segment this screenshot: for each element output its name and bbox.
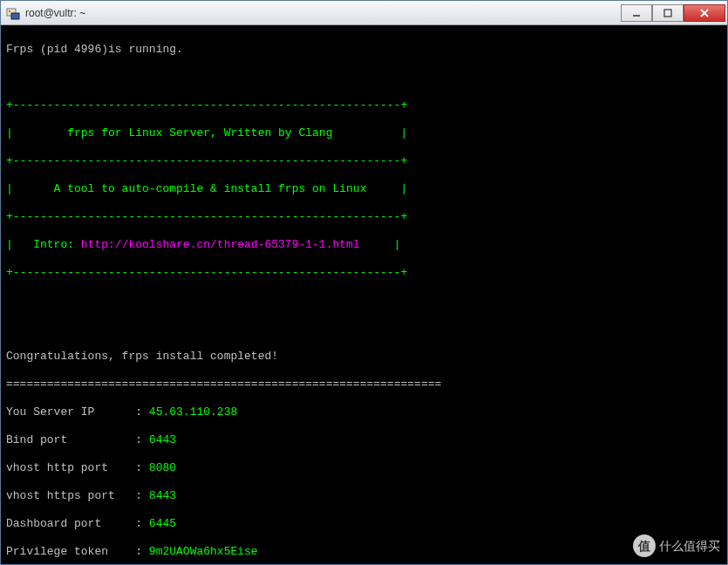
banner-border: +---------------------------------------… <box>6 99 722 112</box>
banner-border: +---------------------------------------… <box>6 154 722 168</box>
minimize-button[interactable] <box>621 4 652 22</box>
banner-title: | frps for Linux Server, Written by Clan… <box>6 126 722 140</box>
divider: ========================================… <box>6 378 722 391</box>
terminal-window: root@vultr: ~ Frps (pid 4996)is running.… <box>0 0 728 565</box>
field-bind-port: Bind port : 6443 <box>6 433 722 447</box>
blank <box>6 322 722 336</box>
svg-point-2 <box>9 10 10 12</box>
blank <box>6 71 722 85</box>
banner-border: +---------------------------------------… <box>6 210 722 224</box>
field-vhost-http: vhost http port : 8080 <box>6 461 722 475</box>
status-line: Frps (pid 4996)is running. <box>6 43 722 57</box>
intro-url: http://koolshare.cn/thread-65379-1-1.htm… <box>81 238 360 251</box>
congrats: Congratulations, frps install completed! <box>6 350 722 364</box>
field-priv-token: Privilege token : 9m2UAOWa6hx5Eise <box>6 545 722 559</box>
blank <box>6 294 722 308</box>
titlebar[interactable]: root@vultr: ~ <box>1 1 727 25</box>
field-dashboard-port: Dashboard port : 6445 <box>6 517 722 531</box>
close-button[interactable] <box>684 4 725 22</box>
svg-rect-4 <box>664 10 671 17</box>
svg-rect-1 <box>11 13 19 19</box>
terminal-output[interactable]: Frps (pid 4996)is running. +------------… <box>1 25 727 564</box>
maximize-button[interactable] <box>652 4 684 22</box>
banner-subtitle: | A tool to auto-compile & install frps … <box>6 182 722 196</box>
banner-intro: | Intro: http://koolshare.cn/thread-6537… <box>6 238 722 252</box>
window-controls <box>621 4 725 22</box>
window-title: root@vultr: ~ <box>24 7 621 19</box>
field-server-ip: You Server IP : 45.63.110.238 <box>6 405 722 419</box>
banner-border: +---------------------------------------… <box>6 266 722 280</box>
putty-icon <box>6 6 20 20</box>
field-vhost-https: vhost https port : 8443 <box>6 489 722 503</box>
